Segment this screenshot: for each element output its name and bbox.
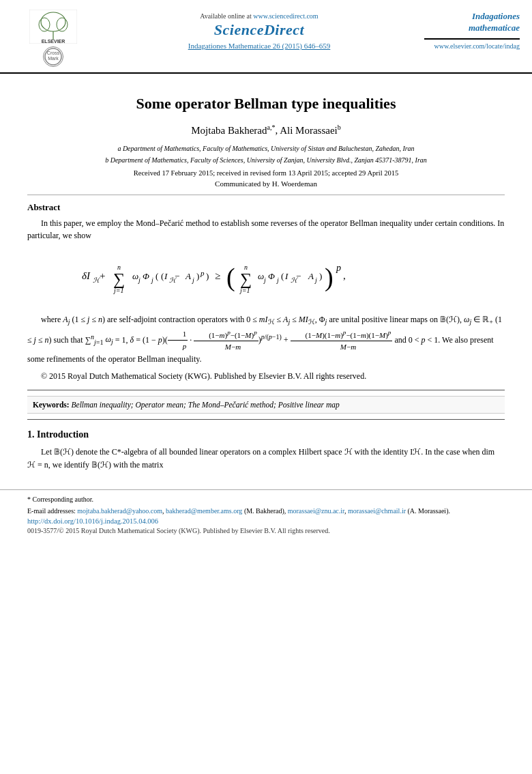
publisher-logo-area: ELSEVIER Cross Mark: [12, 10, 94, 67]
svg-text:): ): [196, 271, 199, 281]
svg-text:j: j: [191, 276, 194, 284]
keywords-list: Bellman inequality; Operator mean; The M…: [72, 401, 340, 409]
indagationes-title: Indagationes mathematicae: [424, 11, 520, 40]
received-dates: Received 17 February 2015; received in r…: [27, 169, 505, 177]
author1-name: Mojtaba Bakherad: [191, 125, 267, 136]
footer-divider: [0, 489, 532, 490]
crossmark-badge: Cross Mark: [43, 46, 63, 67]
svg-text:(: (: [226, 263, 235, 292]
introduction-section: 1. Introduction Let 𝔹(ℋ) denote the C*-a…: [27, 429, 505, 472]
abstract-paragraph-1: In this paper, we employ the Mond–Pečari…: [27, 217, 505, 242]
svg-text:−: −: [175, 271, 179, 281]
svg-text:p: p: [200, 269, 205, 277]
svg-text:∑: ∑: [240, 270, 252, 289]
paper-title: Some operator Bellman type inequalities: [27, 94, 505, 114]
svg-text:δI: δI: [82, 270, 91, 281]
svg-text:I: I: [284, 271, 289, 281]
main-content: Some operator Bellman type inequalities …: [0, 74, 532, 478]
svg-text:,: ,: [343, 270, 346, 281]
affiliations: a Department of Mathematics, Faculty of …: [27, 143, 505, 165]
available-online-text: Available online at www.sciencedirect.co…: [101, 12, 417, 20]
svg-text:n: n: [244, 263, 248, 271]
elsevier-logo: ELSEVIER: [29, 10, 77, 44]
svg-text:I: I: [164, 271, 168, 281]
svg-text:): ): [206, 271, 209, 281]
svg-text:j: j: [314, 276, 317, 284]
svg-text:Mark: Mark: [48, 56, 59, 61]
svg-text:n: n: [117, 263, 121, 271]
abstract-heading: Abstract: [27, 202, 505, 213]
keywords-divider-top: [27, 390, 505, 390]
authors-line: Mojtaba Bakherada,*, Ali Morassaeib: [27, 124, 505, 137]
author2-name: Ali Morassaei: [280, 125, 338, 136]
sciencedirect-brand: ScienceDirect: [101, 21, 417, 39]
svg-text:): ): [319, 271, 322, 281]
page-header: ELSEVIER Cross Mark Available online at …: [0, 0, 532, 74]
abstract-section: Abstract In this paper, we employ the Mo…: [27, 202, 505, 383]
svg-text:ELSEVIER: ELSEVIER: [42, 39, 65, 44]
abstract-where-text: where Aj (1 ≤ j ≤ n) are self-adjoint co…: [27, 313, 505, 383]
svg-text:j: j: [276, 276, 279, 284]
svg-text:Cross: Cross: [47, 51, 60, 55]
keywords-divider-bottom: [27, 419, 505, 420]
svg-text:j: j: [150, 276, 153, 284]
abstract-paragraph-2: where Aj (1 ≤ j ≤ n) are self-adjoint co…: [27, 313, 505, 366]
abstract-copyright: © 2015 Royal Dutch Mathematical Society …: [27, 370, 505, 383]
communicated-by: Communicated by H. Woerdeman: [27, 180, 505, 188]
svg-text:Φ: Φ: [143, 271, 149, 281]
svg-text:j=1: j=1: [113, 287, 124, 294]
svg-text:): ): [325, 263, 334, 292]
footnotes-section: * Corresponding author. E-mail addresses…: [0, 494, 532, 516]
author1-superscript: a,*: [267, 124, 276, 131]
svg-text:A: A: [308, 271, 314, 281]
footer-copyright: 0019-3577/© 2015 Royal Dutch Mathematica…: [0, 527, 532, 534]
email-addresses: E-mail addresses: mojtaba.bakherad@yahoo…: [27, 506, 505, 516]
doi-link[interactable]: http://dx.doi.org/10.1016/j.indag.2015.0…: [0, 517, 532, 525]
header-center: Available online at www.sciencedirect.co…: [101, 10, 417, 50]
section-divider-1: [27, 195, 505, 195]
elsevier-locate-link[interactable]: www.elsevier.com/locate/indag: [424, 42, 520, 50]
email1-link[interactable]: mojtaba.bakherad@yahoo.com: [77, 507, 162, 515]
keywords-section: Keywords: Bellman inequality; Operator m…: [27, 396, 505, 414]
introduction-title: 1. Introduction: [27, 429, 505, 440]
svg-text:ω: ω: [132, 271, 138, 281]
journal-branding: Indagationes mathematicae www.elsevier.c…: [424, 10, 520, 50]
corresponding-author: * Corresponding author.: [27, 494, 505, 504]
affiliation-b: b Department of Mathematics, Faculty of …: [27, 155, 505, 165]
keywords-label: Keywords:: [33, 401, 70, 409]
email3-link[interactable]: morassaei@znu.ac.ir: [288, 507, 344, 515]
svg-text:j=1: j=1: [239, 287, 250, 294]
introduction-paragraph: Let 𝔹(ℋ) denote the C*-algebra of all bo…: [27, 446, 505, 472]
svg-text:Φ: Φ: [268, 271, 275, 281]
svg-text:−: −: [296, 271, 301, 281]
author2-superscript: b: [338, 124, 341, 131]
svg-text:+: +: [100, 270, 105, 281]
formula-svg: δI ℋ + ∑ j=1 n ω j Φ j ( ( I ℋ −: [75, 250, 457, 305]
affiliation-a: a Department of Mathematics, Faculty of …: [27, 143, 505, 154]
main-formula: δI ℋ + ∑ j=1 n ω j Φ j ( ( I ℋ −: [27, 250, 505, 305]
svg-text:(: (: [156, 271, 158, 281]
svg-text:∑: ∑: [113, 270, 125, 289]
journal-citation: Indagationes Mathematicae 26 (2015) 646–…: [101, 42, 417, 50]
sciencedirect-url[interactable]: www.sciencedirect.com: [253, 12, 318, 20]
abstract-body: In this paper, we employ the Mond–Pečari…: [27, 217, 505, 242]
svg-text:p: p: [336, 263, 341, 273]
svg-text:A: A: [185, 271, 191, 281]
svg-text:(: (: [281, 271, 284, 281]
email2-link[interactable]: bakherad@member.ams.org: [166, 507, 242, 515]
svg-text:(: (: [161, 271, 164, 281]
svg-text:≥: ≥: [215, 270, 220, 281]
email4-link[interactable]: morassaei@chmail.ir: [348, 507, 406, 515]
svg-text:ω: ω: [258, 271, 264, 281]
